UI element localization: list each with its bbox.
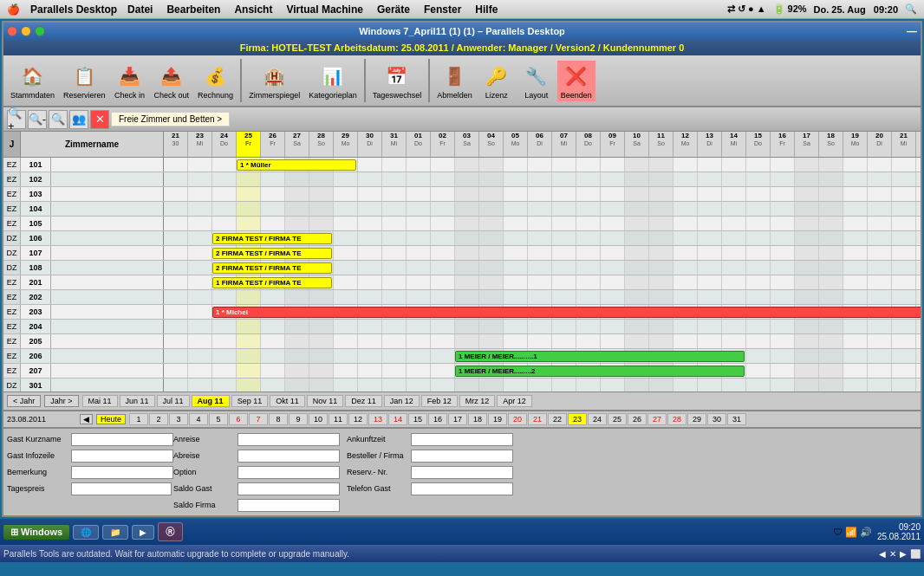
toolbar-abmelden[interactable]: 🚪 Abmelden: [433, 61, 476, 101]
toolbar-stammdaten[interactable]: 🏠 Stammdaten: [7, 61, 58, 101]
close-button[interactable]: [7, 26, 17, 36]
date-header-21[interactable]: 12Mo: [673, 132, 698, 157]
day-cell-17[interactable]: 17: [448, 413, 467, 425]
toolbar-layout[interactable]: 🔧 Layout: [517, 61, 556, 101]
apple-menu[interactable]: 🍎: [7, 3, 20, 16]
date-header-27[interactable]: 18So: [819, 132, 843, 157]
day-cell-20[interactable]: 20: [508, 413, 527, 425]
room-cells-106[interactable]: 2 FIRMA TEST / FIRMA TE: [164, 231, 921, 245]
heute-btn[interactable]: Heute: [96, 414, 126, 424]
clear-icon[interactable]: ✕: [90, 110, 109, 129]
month-cell-Mai-11[interactable]: Mai 11: [82, 395, 118, 407]
zoom-out-icon[interactable]: 🔍-: [28, 110, 47, 129]
room-cells-104[interactable]: [164, 202, 921, 216]
day-cell-12[interactable]: 12: [348, 413, 368, 425]
day-cell-25[interactable]: 25: [608, 413, 627, 425]
month-cell-Sep-11[interactable]: Sep 11: [231, 395, 269, 407]
day-cell-27[interactable]: 27: [647, 413, 667, 425]
date-header-11[interactable]: 02Fr: [431, 132, 455, 157]
day-cell-24[interactable]: 24: [588, 413, 607, 425]
day-cell-26[interactable]: 26: [628, 413, 647, 425]
room-cells-103[interactable]: [164, 187, 921, 201]
mac-search-icon[interactable]: 🔍: [905, 3, 917, 15]
besteller-firma-input[interactable]: [411, 450, 513, 463]
menu-ansicht[interactable]: Ansicht: [234, 3, 272, 16]
month-cell-Jan-12[interactable]: Jan 12: [384, 395, 420, 407]
room-cells-301[interactable]: [164, 379, 921, 392]
booking-bar-107[interactable]: 2 FIRMA TEST / FIRMA TE: [212, 248, 332, 259]
toolbar-rechnung[interactable]: 💰 Rechnung: [194, 61, 237, 101]
room-row-107[interactable]: DZ1072 FIRMA TEST / FIRMA TE: [3, 246, 921, 261]
gast-kurzname-input[interactable]: [71, 433, 173, 446]
menu-geraete[interactable]: Geräte: [377, 3, 410, 16]
booking-bar-101[interactable]: 1 * Müller: [237, 159, 356, 171]
date-header-24[interactable]: 15Do: [746, 132, 771, 157]
toolbar-zimmerspiegel[interactable]: 🏨 Zimmerspiegel: [245, 61, 303, 101]
menu-fenster[interactable]: Fenster: [424, 3, 461, 16]
toolbar-checkout[interactable]: 📤 Check out: [151, 61, 193, 101]
toolbar-reservieren[interactable]: 📋 Reservieren: [60, 61, 109, 101]
day-cell-16[interactable]: 16: [428, 413, 447, 425]
room-cells-204[interactable]: [164, 320, 921, 333]
date-header-23[interactable]: 14Mi: [722, 132, 746, 157]
day-cell-30[interactable]: 30: [707, 413, 726, 425]
room-cells-107[interactable]: 2 FIRMA TEST / FIRMA TE: [164, 246, 921, 260]
date-header-17[interactable]: 08Do: [576, 132, 601, 157]
option-input[interactable]: [238, 466, 340, 479]
room-row-301[interactable]: DZ301: [3, 379, 921, 392]
date-header-7[interactable]: 29Mo: [334, 132, 358, 157]
day-cell-21[interactable]: 21: [528, 413, 547, 425]
anreise-input[interactable]: [238, 433, 340, 446]
date-header-31[interactable]: 22Do: [916, 132, 921, 157]
status-nav-next[interactable]: ▶: [900, 549, 907, 559]
abreise-input[interactable]: [238, 450, 340, 463]
booking-bar-108[interactable]: 2 FIRMA TEST / FIRMA TE: [212, 262, 332, 274]
year-prev-btn[interactable]: < Jahr: [7, 395, 41, 407]
room-row-103[interactable]: EZ103: [3, 187, 921, 202]
toolbar-beenden[interactable]: ❌ Beenden: [557, 61, 595, 101]
date-header-6[interactable]: 28So: [309, 132, 334, 157]
maximize-button[interactable]: [35, 26, 45, 36]
booking-bar-207[interactable]: 1 MEIER / MEIER.........2: [455, 366, 745, 377]
room-cells-105[interactable]: [164, 217, 921, 230]
menu-datei[interactable]: Datei: [127, 3, 153, 16]
day-cell-22[interactable]: 22: [548, 413, 567, 425]
toolbar-tageswechsel[interactable]: 📅 Tageswechsel: [369, 61, 426, 101]
room-cells-206[interactable]: 1 MEIER / MEIER..........1: [164, 349, 921, 363]
booking-bar-201[interactable]: 1 FIRMA TEST / FIRMA TE: [212, 277, 332, 288]
month-cell-Dez-11[interactable]: Dez 11: [345, 395, 382, 407]
day-cell-28[interactable]: 28: [667, 413, 686, 425]
saldo-gast-input[interactable]: [238, 482, 340, 495]
room-row-207[interactable]: EZ2071 MEIER / MEIER.........2: [3, 364, 921, 379]
win-start-button[interactable]: ⊞Windows: [3, 525, 69, 540]
day-cell-29[interactable]: 29: [687, 413, 706, 425]
status-nav-prev[interactable]: ◀: [879, 549, 886, 559]
date-header-19[interactable]: 10Sa: [625, 132, 649, 157]
month-cell-Feb-12[interactable]: Feb 12: [421, 395, 458, 407]
booking-bar-106[interactable]: 2 FIRMA TEST / FIRMA TE: [212, 233, 332, 244]
date-header-22[interactable]: 13Di: [698, 132, 722, 157]
day-cell-4[interactable]: 4: [189, 413, 208, 425]
date-header-30[interactable]: 21Mi: [892, 132, 916, 157]
room-row-203[interactable]: EZ2031 * Michel: [3, 305, 921, 320]
day-cell-19[interactable]: 19: [488, 413, 507, 425]
ankunftzeit-input[interactable]: [411, 433, 513, 446]
reserv-nr-input[interactable]: [411, 466, 513, 479]
room-row-202[interactable]: EZ202: [3, 290, 921, 305]
room-cells-203[interactable]: 1 * Michel: [164, 305, 921, 319]
month-cell-Jun-11[interactable]: Jun 11: [120, 395, 155, 407]
room-row-108[interactable]: DZ1082 FIRMA TEST / FIRMA TE: [3, 261, 921, 275]
room-row-204[interactable]: EZ204: [3, 320, 921, 334]
day-cell-8[interactable]: 8: [269, 413, 288, 425]
zoom-in-icon[interactable]: 🔍+: [7, 110, 26, 129]
menu-virtual-machine[interactable]: Virtual Machine: [286, 3, 362, 16]
date-header-25[interactable]: 16Fr: [771, 132, 795, 157]
date-header-28[interactable]: 19Mo: [843, 132, 868, 157]
tagespreis-input[interactable]: [71, 482, 172, 495]
date-header-4[interactable]: 26Fr: [261, 132, 285, 157]
room-row-102[interactable]: EZ102: [3, 172, 921, 187]
gast-infozeile-input[interactable]: [71, 450, 173, 463]
taskbar-explorer[interactable]: 📁: [102, 525, 128, 540]
day-cell-23[interactable]: 23: [568, 413, 587, 425]
day-cell-7[interactable]: 7: [249, 413, 268, 425]
